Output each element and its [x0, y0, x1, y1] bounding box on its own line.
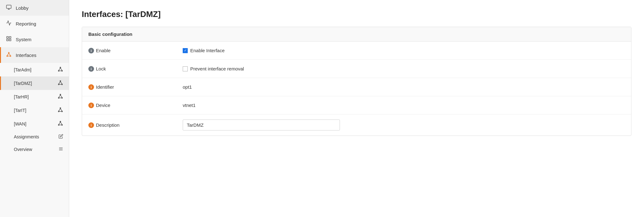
svg-line-22 [59, 81, 60, 84]
svg-rect-4 [9, 36, 11, 38]
sidebar-subitem-tarhr-label: [TarHR] [14, 94, 29, 99]
identifier-static-value: opt1 [183, 84, 192, 90]
sidebar-subitem-taradm-label: [TarAdm] [14, 67, 31, 72]
form-row-device: i Device vtnet1 [82, 96, 631, 114]
description-label-text: Description [96, 122, 119, 128]
device-value: vtnet1 [183, 103, 625, 108]
wan-network-icon [58, 120, 63, 127]
sidebar-item-reporting[interactable]: Reporting [0, 16, 69, 31]
enable-checkbox[interactable] [183, 48, 188, 53]
svg-line-34 [59, 108, 60, 111]
enable-checkbox-label: Enable Interface [190, 48, 225, 53]
svg-point-19 [60, 81, 61, 81]
svg-rect-0 [7, 5, 11, 8]
sidebar-item-interfaces-label: Interfaces [16, 53, 36, 58]
sidebar-item-interfaces[interactable]: Interfaces [0, 47, 69, 63]
svg-line-28 [59, 95, 60, 97]
form-row-description: i Description [82, 114, 631, 136]
sidebar-subitem-wan[interactable]: [WAN] [0, 117, 69, 131]
svg-rect-3 [7, 36, 8, 38]
device-static-value: vtnet1 [183, 103, 196, 108]
card-header-title: Basic configuration [88, 31, 132, 37]
device-label: i Device [88, 103, 183, 108]
page-title: Interfaces: [TarDMZ] [82, 9, 631, 19]
sidebar-subitem-tarit-label: [TarIT] [14, 108, 26, 113]
sidebar-item-system[interactable]: System [0, 31, 69, 47]
network-icon [6, 52, 12, 58]
svg-line-10 [7, 53, 9, 56]
lock-value: Prevent interface removal [183, 66, 625, 71]
tarhr-network-icon [58, 93, 63, 100]
sidebar-subitem-wan-label: [WAN] [14, 121, 26, 126]
enable-label: i Enable [88, 48, 183, 53]
svg-line-35 [60, 108, 62, 111]
sidebar-subitem-tarit[interactable]: [TarIT] [0, 103, 69, 117]
svg-line-11 [9, 53, 10, 56]
svg-line-17 [60, 68, 62, 70]
sidebar-subitem-overview-label: Overview [14, 147, 32, 152]
svg-line-23 [60, 81, 62, 84]
sidebar-item-system-label: System [16, 37, 31, 42]
svg-line-41 [60, 122, 62, 125]
identifier-value: opt1 [183, 84, 625, 90]
lock-checkbox-label: Prevent interface removal [190, 66, 244, 71]
sidebar-item-reporting-label: Reporting [16, 21, 36, 26]
lock-label-text: Lock [96, 66, 106, 71]
basic-config-card: Basic configuration i Enable Enable Inte… [82, 27, 631, 136]
sidebar-item-lobby[interactable]: Lobby [0, 0, 69, 16]
taradm-network-icon [58, 66, 63, 73]
lock-checkbox[interactable] [183, 66, 188, 71]
svg-line-29 [60, 95, 62, 97]
sidebar-item-lobby-label: Lobby [16, 5, 29, 11]
monitor-icon [6, 4, 12, 11]
device-info-icon: i [88, 103, 94, 108]
sidebar-subitem-tardmz[interactable]: [TarDMZ] [0, 76, 69, 90]
tarit-network-icon [58, 107, 63, 114]
description-input[interactable] [183, 120, 340, 131]
sidebar-subitem-overview[interactable]: Overview [0, 143, 69, 156]
svg-line-40 [59, 122, 60, 125]
svg-point-25 [60, 94, 61, 95]
description-info-icon: i [88, 122, 94, 128]
chart-icon [6, 20, 12, 27]
assignments-edit-icon [58, 134, 63, 140]
enable-value: Enable Interface [183, 48, 625, 53]
identifier-info-icon: i [88, 84, 94, 90]
enable-label-text: Enable [96, 48, 111, 53]
lock-label: i Lock [88, 66, 183, 72]
svg-point-37 [60, 121, 61, 122]
svg-point-13 [60, 67, 61, 68]
svg-rect-6 [9, 39, 11, 41]
sidebar-subitem-tarhr[interactable]: [TarHR] [0, 90, 69, 103]
svg-point-31 [60, 108, 61, 108]
form-row-lock: i Lock Prevent interface removal [82, 60, 631, 78]
sidebar-subitem-assignments-label: Assignments [14, 134, 39, 139]
svg-rect-5 [7, 39, 8, 41]
main-content: Interfaces: [TarDMZ] Basic configuration… [69, 0, 644, 217]
form-row-identifier: i Identifier opt1 [82, 78, 631, 96]
grid-icon [6, 36, 12, 43]
lock-info-icon: i [88, 66, 94, 72]
tardmz-network-icon [58, 80, 63, 86]
identifier-label-text: Identifier [96, 84, 114, 90]
form-row-enable: i Enable Enable Interface [82, 42, 631, 60]
description-label: i Description [88, 122, 183, 128]
overview-list-icon [58, 147, 63, 152]
enable-info-icon: i [88, 48, 94, 53]
sidebar: Lobby Reporting System Interfaces [T [0, 0, 69, 217]
description-value [183, 120, 625, 131]
svg-line-16 [59, 68, 60, 70]
device-label-text: Device [96, 103, 110, 108]
sidebar-subitem-taradm[interactable]: [TarAdm] [0, 63, 69, 76]
svg-point-7 [8, 52, 9, 53]
sidebar-subitem-assignments[interactable]: Assignments [0, 131, 69, 143]
card-header: Basic configuration [82, 27, 631, 42]
identifier-label: i Identifier [88, 84, 183, 90]
sidebar-subitem-tardmz-label: [TarDMZ] [14, 81, 32, 86]
